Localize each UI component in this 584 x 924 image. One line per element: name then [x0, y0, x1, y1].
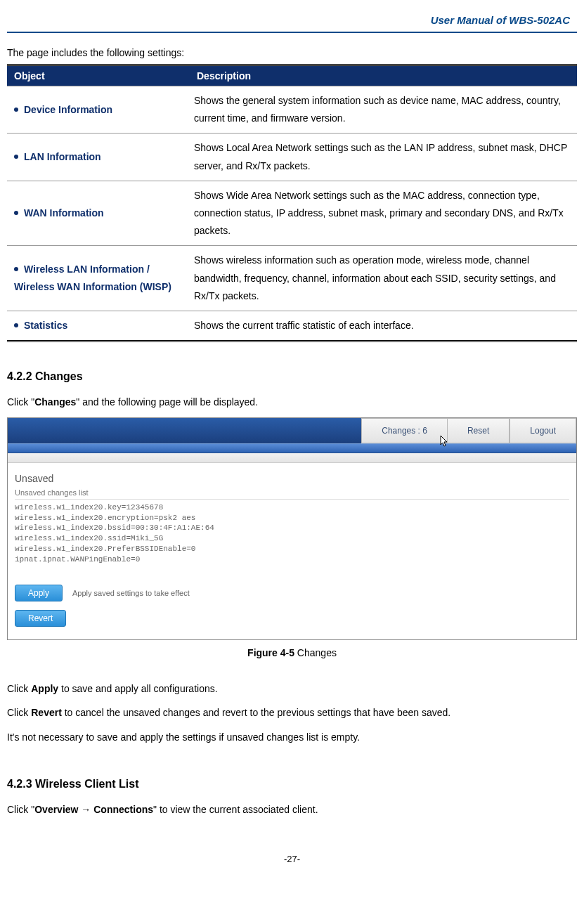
wireless-client-intro: Click "Overview → Connections" to view t…	[7, 800, 577, 819]
table-row: Wireless LAN Information / Wireless WAN …	[7, 246, 577, 311]
description-cell: Shows the general system information suc…	[190, 86, 577, 134]
th-description: Description	[190, 65, 577, 86]
unsaved-subtitle: Unsaved changes list	[15, 488, 569, 500]
table-row: Statistics Shows the current traffic sta…	[7, 311, 577, 341]
object-label: LAN Information	[24, 151, 101, 162]
arrow-icon: →	[78, 804, 93, 815]
section-heading-changes: 4.2.2 Changes	[7, 370, 577, 383]
bold-text: Connections	[93, 804, 153, 815]
apply-description: Apply saved settings to take effect	[72, 589, 190, 597]
reset-tab[interactable]: Reset	[447, 418, 510, 443]
screenshot-changes: Changes : 6 Reset Logout Unsaved Unsaved…	[7, 417, 577, 640]
description-cell: Shows Local Area Network settings such a…	[190, 134, 577, 181]
description-cell: Shows wireless information such as opera…	[190, 246, 577, 311]
object-label: Device Information	[24, 104, 112, 115]
text: Click "	[7, 804, 34, 815]
table-row: WAN Information Shows Wide Area Network …	[7, 181, 577, 246]
text: " and the following page will be display…	[76, 396, 258, 408]
figure-caption: Figure 4-5 Changes	[7, 647, 577, 658]
topbar: Changes : 6 Reset Logout	[8, 418, 576, 443]
page-header: User Manual of WBS-502AC	[7, 14, 577, 33]
changes-intro: Click "Changes" and the following page w…	[7, 393, 577, 412]
text: to cancel the unsaved changes and revert…	[62, 707, 450, 718]
changes-tab[interactable]: Changes : 6	[361, 418, 447, 443]
object-label: Statistics	[24, 320, 67, 331]
section-heading-wireless-client: 4.2.3 Wireless Client List	[7, 778, 577, 790]
text: Click	[7, 707, 31, 718]
revert-button[interactable]: Revert	[15, 610, 66, 627]
bullet-icon	[14, 211, 18, 215]
apply-button[interactable]: Apply	[15, 585, 63, 601]
logout-tab[interactable]: Logout	[510, 418, 576, 443]
unsaved-title: Unsaved	[15, 473, 569, 484]
note-paragraph: It's not necessary to save and apply the…	[7, 728, 577, 747]
blue-bar	[8, 443, 576, 453]
grey-bar	[8, 453, 576, 463]
settings-table: Object Description Device Information Sh…	[7, 64, 577, 342]
bold-text: Changes	[34, 396, 76, 408]
text: " to view the current associated client.	[153, 804, 318, 815]
revert-paragraph: Click Revert to cancel the unsaved chang…	[7, 703, 577, 722]
caption-text: Changes	[294, 647, 337, 658]
bullet-icon	[14, 323, 18, 327]
text: Click	[7, 683, 31, 694]
text: Click "	[7, 396, 34, 408]
caption-bold: Figure 4-5	[247, 647, 294, 658]
apply-paragraph: Click Apply to save and apply all config…	[7, 679, 577, 698]
th-object: Object	[7, 65, 190, 86]
tab-label: Changes : 6	[382, 426, 427, 436]
bullet-icon	[14, 155, 18, 159]
object-label: Wireless LAN Information / Wireless WAN …	[14, 263, 171, 292]
bullet-icon	[14, 108, 18, 112]
description-cell: Shows Wide Area Network settings such as…	[190, 181, 577, 246]
description-cell: Shows the current traffic statistic of e…	[190, 311, 577, 341]
intro-text: The page includes the following settings…	[7, 47, 577, 58]
unsaved-list: wireless.w1_index20.key=12345678 wireles…	[15, 502, 569, 565]
table-row: Device Information Shows the general sys…	[7, 86, 577, 134]
text: to save and apply all configurations.	[58, 683, 217, 694]
table-row: LAN Information Shows Local Area Network…	[7, 134, 577, 181]
page-number: -27-	[7, 854, 577, 864]
bold-text: Apply	[31, 683, 58, 694]
bold-text: Revert	[31, 707, 62, 718]
object-label: WAN Information	[24, 207, 104, 219]
bold-text: Overview	[34, 804, 78, 815]
bullet-icon	[14, 267, 18, 271]
